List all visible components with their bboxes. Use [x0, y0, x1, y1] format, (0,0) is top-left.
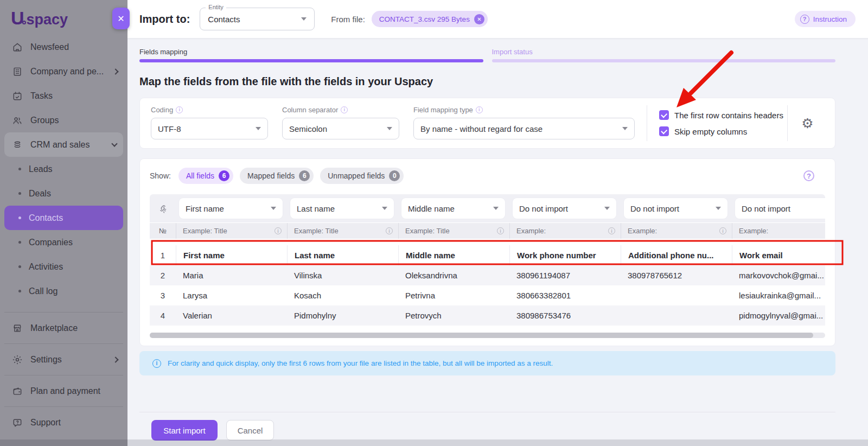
gear-icon[interactable]: ⚙ [801, 117, 813, 130]
sidebar-item-label: Call log [29, 286, 58, 296]
sidebar-item-label: Marketplace [30, 323, 118, 333]
column-field-select[interactable]: Do not import [624, 198, 727, 219]
table-cell: 380663382801 [509, 285, 621, 305]
table-cell: markovovchok@gmai... [732, 265, 825, 285]
mapping-type-select-value: By name - without regard for case [420, 124, 622, 133]
first-row-headers-checkbox[interactable]: The first row contains headers [659, 110, 787, 120]
sidebar-item-tasks[interactable]: Tasks [0, 84, 127, 108]
row-number: 1 [150, 245, 176, 265]
column-field-select[interactable]: Do not import [735, 198, 825, 219]
column-select-cell: Middle name [398, 194, 509, 222]
import-header: Import to: Entity Contacts From file: CO… [127, 0, 868, 38]
checkbox-checked-icon[interactable] [659, 110, 669, 120]
sidebar-item-label: Plan and payment [30, 386, 118, 396]
coding-label: Codingi [151, 105, 268, 114]
sidebar-item-leads[interactable]: Leads [0, 157, 127, 181]
chevron-right-icon [112, 68, 118, 74]
step-fields-mapping[interactable]: Fields mapping [139, 48, 483, 62]
column-field-select[interactable]: Do not import [513, 198, 616, 219]
separator-select-value: Semicolon [289, 124, 387, 133]
bullet-icon [18, 216, 21, 219]
unlink-cell [150, 194, 176, 222]
help-icon[interactable]: ? [803, 170, 814, 181]
start-import-button[interactable]: Start import [151, 420, 218, 441]
sidebar-close-button[interactable] [112, 8, 130, 29]
stepper: Fields mapping Import status [139, 48, 835, 62]
window-bottom-edge [0, 439, 868, 446]
sidebar-item-label: CRM and sales [30, 140, 112, 150]
filter-all-fields[interactable]: All fields 6 [178, 168, 233, 184]
horizontal-scrollbar[interactable] [150, 333, 825, 338]
sidebar-item-label: Tasks [30, 91, 118, 101]
instruction-button[interactable]: ? Instruction [795, 11, 856, 27]
step-import-status[interactable]: Import status [492, 48, 836, 62]
mapping-type-select[interactable]: By name - without regard for case [413, 118, 635, 139]
sidebar: Uspacy Newsfeed Company and pe... Tasks … [0, 0, 127, 446]
table-row: 4 Valerian Pidmohylny Petrovych 38098675… [150, 305, 825, 326]
scrollbar-thumb[interactable] [150, 333, 813, 338]
bullet-icon [18, 192, 21, 195]
entity-select-value: Contacts [208, 15, 301, 24]
entity-select[interactable]: Entity Contacts [200, 8, 315, 30]
sidebar-item-marketplace[interactable]: Marketplace [0, 313, 127, 343]
sidebar-item-label: Company and pe... [30, 67, 113, 77]
remove-file-icon[interactable] [474, 14, 484, 24]
column-field-select[interactable]: First name [179, 198, 283, 219]
sidebar-item-label: Deals [29, 189, 51, 199]
coding-select[interactable]: UTF-8 [151, 118, 268, 139]
skip-empty-columns-checkbox[interactable]: Skip empty columns [659, 126, 787, 136]
file-chip[interactable]: CONTACT_3.csv 295 Bytes [372, 11, 488, 27]
filter-mapped-fields[interactable]: Mapped fields 6 [240, 168, 314, 184]
row-number: 3 [150, 285, 176, 305]
sidebar-item-plan-and-payment[interactable]: Plan and payment [0, 375, 127, 406]
sidebar-item-companies[interactable]: Companies [0, 230, 127, 254]
sidebar-item-newsfeed[interactable]: Newsfeed [0, 35, 127, 59]
bullet-icon [18, 241, 21, 244]
table-cell: First name [176, 245, 287, 265]
sidebar-item-support[interactable]: Support [0, 407, 127, 438]
column-field-select[interactable]: Middle name [401, 198, 505, 219]
step-progress-bar [139, 59, 483, 62]
table-cell: Larysa [176, 285, 287, 305]
column-select-cell: Do not import [732, 194, 825, 222]
table-cell: 380978765612 [621, 265, 732, 285]
entity-select-label: Entity [206, 4, 226, 10]
sidebar-item-label: Newsfeed [30, 42, 118, 52]
separator-select[interactable]: Semicolon [282, 118, 399, 139]
sidebar-item-deals[interactable]: Deals [0, 181, 127, 206]
sidebar-item-contacts[interactable]: Contacts [4, 206, 123, 230]
sidebar-item-settings[interactable]: Settings [0, 344, 127, 375]
advanced-settings-zone: ⚙ [787, 105, 827, 141]
column-field-select[interactable]: Last name [290, 198, 394, 219]
sidebar-item-label: Contacts [29, 213, 63, 223]
file-chip-label: CONTACT_3.csv 295 Bytes [379, 15, 470, 23]
sidebar-item-groups[interactable]: Groups [0, 108, 127, 132]
sidebar-item-call-log[interactable]: Call log [0, 279, 127, 303]
filter-unmapped-fields[interactable]: Unmapped fields 0 [320, 168, 404, 184]
table-cell: pidmogylnyval@gmai... [732, 305, 825, 326]
chevron-down-icon [493, 207, 499, 210]
example-cell: Example:i [621, 223, 732, 239]
table-cell: lesiaukrainka@gmail... [732, 285, 825, 305]
table-cell: Work email [732, 245, 825, 265]
table-cell: Petrivna [398, 285, 509, 305]
bullet-icon [18, 290, 21, 292]
info-icon: i [608, 227, 615, 234]
step-label: Fields mapping [139, 48, 483, 56]
instruction-label: Instruction [813, 15, 847, 23]
cancel-button[interactable]: Cancel [226, 420, 274, 441]
chevron-down-icon [382, 207, 387, 210]
table-row-headers: 1 First name Last name Middle name Work … [150, 245, 825, 265]
checkbox-checked-icon[interactable] [659, 126, 669, 136]
step-progress-bar [492, 59, 836, 62]
sidebar-item-company-and-people[interactable]: Company and pe... [0, 59, 127, 84]
filter-label: All fields [186, 171, 214, 180]
sidebar-item-activities[interactable]: Activities [0, 254, 127, 279]
building-icon [12, 66, 23, 77]
table-cell: Additional phone nu... [621, 245, 732, 265]
table-cell: Vilinska [287, 265, 398, 285]
example-cell: Example: [732, 223, 825, 239]
chevron-down-icon [604, 207, 610, 210]
table-cell [621, 285, 732, 305]
sidebar-item-crm-and-sales[interactable]: CRM and sales [4, 132, 123, 157]
